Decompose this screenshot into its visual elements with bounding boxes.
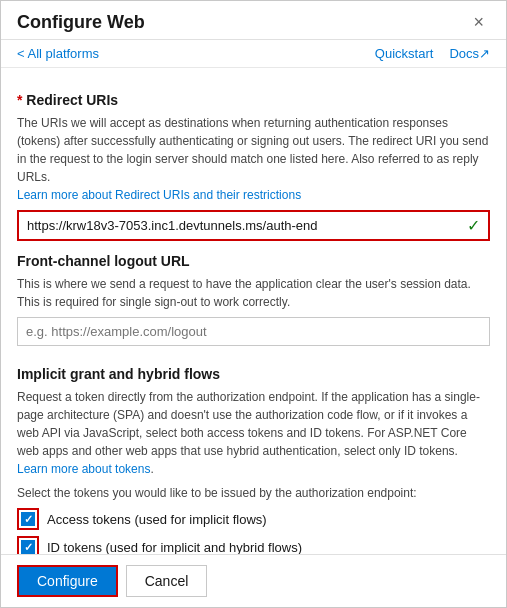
implicit-flows-description: Request a token directly from the author… <box>17 388 490 478</box>
redirect-uris-section: * Redirect URIs The URIs we will accept … <box>17 92 490 241</box>
redirect-uris-learn-more[interactable]: Learn more about Redirect URIs and their… <box>17 188 301 202</box>
id-tokens-checkbox-container <box>17 536 39 554</box>
close-button[interactable]: × <box>467 11 490 33</box>
all-platforms-link[interactable]: < All platforms <box>17 46 99 61</box>
logout-url-input[interactable] <box>17 317 490 346</box>
dialog-title: Configure Web <box>17 12 145 33</box>
nav-bar: < All platforms Quickstart Docs↗ <box>1 40 506 68</box>
logout-url-description: This is where we send a request to have … <box>17 275 490 311</box>
id-tokens-label: ID tokens (used for implicit and hybrid … <box>47 540 302 555</box>
configure-button[interactable]: Configure <box>17 565 118 597</box>
logout-url-section: Front-channel logout URL This is where w… <box>17 253 490 358</box>
access-tokens-label: Access tokens (used for implicit flows) <box>47 512 267 527</box>
cancel-button[interactable]: Cancel <box>126 565 208 597</box>
access-tokens-checkbox[interactable] <box>21 512 35 526</box>
dialog-footer: Configure Cancel <box>1 554 506 607</box>
implicit-flows-title: Implicit grant and hybrid flows <box>17 366 490 382</box>
checkmark-icon: ✓ <box>459 216 488 235</box>
access-tokens-checkbox-container <box>17 508 39 530</box>
select-tokens-label: Select the tokens you would like to be i… <box>17 486 490 500</box>
id-tokens-checkbox[interactable] <box>21 540 35 554</box>
content-area: * Redirect URIs The URIs we will accept … <box>1 68 506 554</box>
redirect-uri-input-row: ✓ <box>17 210 490 241</box>
logout-url-title: Front-channel logout URL <box>17 253 490 269</box>
quickstart-link[interactable]: Quickstart <box>375 46 434 61</box>
dialog-header: Configure Web × <box>1 1 506 40</box>
learn-more-tokens-link[interactable]: Learn more about tokens <box>17 462 150 476</box>
implicit-flows-section: Implicit grant and hybrid flows Request … <box>17 366 490 554</box>
nav-links: Quickstart Docs↗ <box>375 46 490 61</box>
access-tokens-row: Access tokens (used for implicit flows) <box>17 508 490 530</box>
configure-web-dialog: Configure Web × < All platforms Quicksta… <box>0 0 507 608</box>
id-tokens-row: ID tokens (used for implicit and hybrid … <box>17 536 490 554</box>
redirect-uris-description: The URIs we will accept as destinations … <box>17 114 490 204</box>
required-star: * <box>17 92 22 108</box>
docs-link[interactable]: Docs↗ <box>449 46 490 61</box>
redirect-uri-input[interactable] <box>19 212 459 239</box>
redirect-uris-title: * Redirect URIs <box>17 92 490 108</box>
